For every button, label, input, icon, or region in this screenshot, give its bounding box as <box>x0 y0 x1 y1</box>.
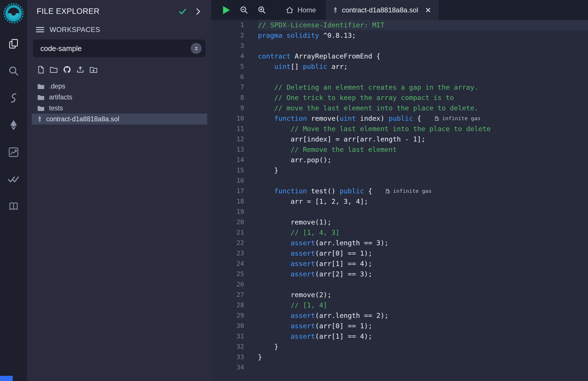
line-number[interactable]: 19 <box>211 207 258 217</box>
clone-git-repository-button[interactable] <box>63 65 71 75</box>
deploy-run-button[interactable] <box>5 119 22 131</box>
code-line[interactable]: 17 function test() public {infinite gas <box>211 186 588 196</box>
line-number[interactable]: 4 <box>211 51 258 61</box>
code-line[interactable]: 21 // [1, 4, 3] <box>211 227 588 238</box>
tree-item--deps[interactable]: .deps <box>27 81 211 92</box>
line-number[interactable]: 5 <box>211 61 258 72</box>
code-line[interactable]: 32 } <box>211 342 588 352</box>
run-script-play-icon[interactable] <box>222 5 231 15</box>
line-number[interactable]: 8 <box>211 93 258 103</box>
file-explorer-button[interactable] <box>5 37 22 50</box>
line-number[interactable]: 14 <box>211 155 258 165</box>
code-line[interactable]: 7 // Deleting an element creates a gap i… <box>211 82 588 93</box>
code-line[interactable]: 28 // [1, 4] <box>211 300 588 310</box>
zoom-in-icon[interactable] <box>257 5 267 15</box>
line-number[interactable]: 12 <box>211 134 258 144</box>
line-number[interactable]: 15 <box>211 165 258 176</box>
code-line[interactable]: 25 assert(arr[2] == 3); <box>211 269 588 279</box>
code-line[interactable]: 15 } <box>211 165 588 176</box>
code-line[interactable]: 14 arr.pop(); <box>211 155 588 165</box>
code-line[interactable]: 10 function remove(uint index) public {i… <box>211 113 588 124</box>
create-new-file-button[interactable] <box>38 66 44 75</box>
line-number[interactable]: 22 <box>211 238 258 248</box>
code-editor[interactable]: 1// SPDX-License-Identifier: MIT2pragma … <box>211 20 588 381</box>
line-content <box>258 176 588 186</box>
ethereum-icon <box>9 120 18 131</box>
line-number[interactable]: 34 <box>211 362 258 373</box>
line-number[interactable]: 23 <box>211 248 258 259</box>
line-number[interactable]: 16 <box>211 176 258 186</box>
analytics-button[interactable] <box>5 146 22 159</box>
line-number[interactable]: 17 <box>211 186 258 196</box>
line-number[interactable]: 13 <box>211 144 258 155</box>
line-number[interactable]: 1 <box>211 20 258 30</box>
code-line[interactable]: 30 assert(arr[0] == 1); <box>211 321 588 331</box>
line-number[interactable]: 21 <box>211 227 258 238</box>
collapse-panel-chevron-icon[interactable] <box>195 8 201 15</box>
validation-check-icon[interactable] <box>178 8 187 15</box>
line-number[interactable]: 2 <box>211 30 258 41</box>
line-number[interactable]: 10 <box>211 113 258 124</box>
code-line[interactable]: 4contract ArrayReplaceFromEnd { <box>211 51 588 61</box>
code-line[interactable]: 23 assert(arr[0] == 1); <box>211 248 588 259</box>
line-number[interactable]: 9 <box>211 103 258 113</box>
line-number[interactable]: 29 <box>211 310 258 321</box>
line-number[interactable]: 20 <box>211 217 258 227</box>
code-line[interactable]: 16 <box>211 176 588 186</box>
line-number[interactable]: 31 <box>211 331 258 342</box>
zoom-out-icon[interactable] <box>239 5 249 15</box>
line-number[interactable]: 3 <box>211 41 258 51</box>
code-line[interactable]: 11 // Move the last element into the pla… <box>211 124 588 134</box>
code-line[interactable]: 2pragma solidity ^0.8.13; <box>211 30 588 41</box>
line-number[interactable]: 30 <box>211 321 258 331</box>
line-number[interactable]: 32 <box>211 342 258 352</box>
code-line[interactable]: 18 arr = [1, 2, 3, 4]; <box>211 196 588 207</box>
remix-logo[interactable] <box>2 2 25 25</box>
code-line[interactable]: 29 assert(arr.length == 2); <box>211 310 588 321</box>
code-line[interactable]: 34 <box>211 362 588 373</box>
tab-home[interactable]: Home <box>276 0 326 20</box>
code-line[interactable]: 22 assert(arr.length == 3); <box>211 238 588 248</box>
code-line[interactable]: 31 assert(arr[1] == 4); <box>211 331 588 342</box>
code-line[interactable]: 24 assert(arr[1] == 4); <box>211 259 588 269</box>
code-line[interactable]: 33} <box>211 352 588 362</box>
line-number[interactable]: 24 <box>211 259 258 269</box>
code-line[interactable]: 8 // One trick to keep the array compact… <box>211 93 588 103</box>
tab-contract-file[interactable]: contract-d1a8818a8a.sol <box>326 0 439 20</box>
workspace-select[interactable]: code-sample <box>33 39 205 57</box>
code-line[interactable]: 5 uint[] public arr; <box>211 61 588 72</box>
code-line[interactable]: 12 arr[index] = arr[arr.length - 1]; <box>211 134 588 144</box>
code-line[interactable]: 27 remove(2); <box>211 290 588 300</box>
code-line[interactable]: 26 <box>211 279 588 290</box>
code-line[interactable]: 9 // move the last element into the plac… <box>211 103 588 113</box>
solidity-compiler-button[interactable] <box>5 92 22 104</box>
line-number[interactable]: 7 <box>211 82 258 93</box>
line-number[interactable]: 27 <box>211 290 258 300</box>
tree-item-tests[interactable]: tests <box>27 103 211 114</box>
upload-folder-button[interactable] <box>89 66 98 75</box>
bottom-left-blue-badge[interactable] <box>0 376 13 381</box>
line-number[interactable]: 6 <box>211 72 258 82</box>
code-line[interactable]: 1// SPDX-License-Identifier: MIT <box>211 20 588 30</box>
workspaces-menu-icon[interactable] <box>36 26 44 33</box>
code-line[interactable]: 13 // Remove the last element <box>211 144 588 155</box>
tree-item-artifacts[interactable]: artifacts <box>27 92 211 103</box>
code-line[interactable]: 19 <box>211 207 588 217</box>
close-tab-icon[interactable] <box>425 7 431 13</box>
upload-file-button[interactable] <box>76 66 84 75</box>
line-number[interactable]: 25 <box>211 269 258 279</box>
solidity-unit-testing-button[interactable] <box>5 173 22 186</box>
tree-item-contract-d1a8818a8a-sol[interactable]: contract-d1a8818a8a.sol <box>32 114 207 125</box>
learneth-plugin-button[interactable] <box>5 200 22 213</box>
line-number[interactable]: 26 <box>211 279 258 290</box>
workspace-sort-icon <box>191 43 202 54</box>
code-line[interactable]: 3 <box>211 41 588 51</box>
code-line[interactable]: 20 remove(1); <box>211 217 588 227</box>
line-number[interactable]: 28 <box>211 300 258 310</box>
line-number[interactable]: 11 <box>211 124 258 134</box>
code-line[interactable]: 6 <box>211 72 588 82</box>
create-new-folder-button[interactable] <box>50 66 58 75</box>
line-number[interactable]: 18 <box>211 196 258 207</box>
search-button[interactable] <box>5 65 22 77</box>
line-number[interactable]: 33 <box>211 352 258 362</box>
